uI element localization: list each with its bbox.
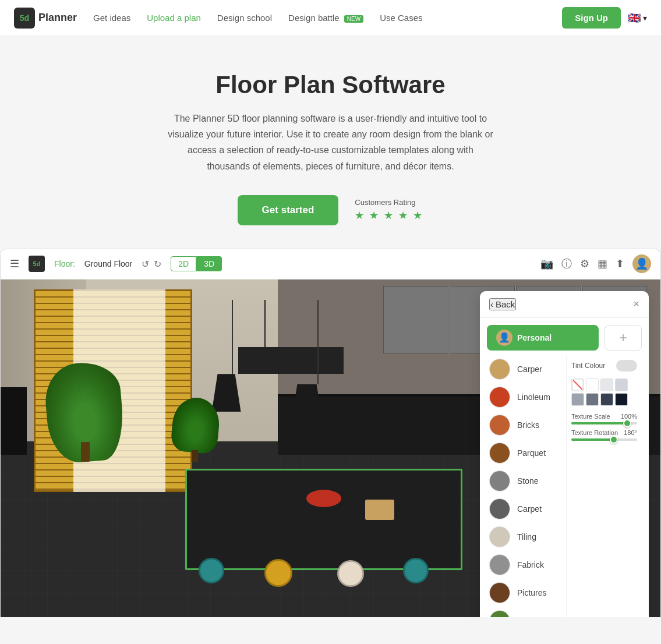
undo-button[interactable]: ↺ <box>142 259 149 270</box>
stool-2 <box>264 559 292 587</box>
swatch-stone <box>489 470 510 491</box>
plant-large <box>47 363 122 462</box>
material-name-carper: Carper <box>517 365 542 374</box>
nav-right: Sign Up 🇬🇧 ▾ <box>562 7 647 29</box>
material-item-pictures[interactable]: Pictures <box>487 579 566 607</box>
texture-scale-row: Texture Scale 100% <box>571 413 637 424</box>
language-selector[interactable]: 🇬🇧 ▾ <box>628 12 647 24</box>
rating-label: Customers Rating <box>355 198 423 207</box>
color-swatch-0[interactable] <box>571 378 584 391</box>
tint-toggle[interactable] <box>616 360 637 371</box>
color-swatch-6[interactable] <box>600 393 613 406</box>
swatch-ground <box>489 610 510 617</box>
chevron-left-icon: ‹ <box>490 299 493 309</box>
plant-small-leaves <box>170 396 221 454</box>
material-item-carper[interactable]: Carper <box>487 355 566 383</box>
get-started-button[interactable]: Get started <box>238 195 339 225</box>
logo-text: Planner <box>38 12 77 24</box>
app-logo[interactable]: 5d <box>29 256 45 272</box>
material-item-linoleum[interactable]: Linoleum <box>487 383 566 411</box>
chevron-down-icon: ▾ <box>643 13 647 23</box>
share-icon[interactable]: ⬆ <box>616 257 624 270</box>
nav-upload-plan[interactable]: Upload a plan <box>147 13 201 23</box>
cutting-board <box>365 500 394 520</box>
plant-small <box>172 398 219 462</box>
view-3d-button[interactable]: 3D <box>196 256 222 271</box>
color-swatch-1[interactable] <box>586 378 599 391</box>
range-hood <box>238 347 344 374</box>
rating-block: Customers Rating ★ ★ ★ ★ ★ <box>355 198 423 222</box>
hood-cord-1 <box>264 300 266 347</box>
view-toggle: 2D 3D <box>171 256 222 271</box>
info-icon[interactable]: ⓘ <box>561 257 572 271</box>
tint-row: Tint Colour <box>571 360 637 371</box>
material-name-parquet: Parquet <box>517 448 546 458</box>
material-name-tiling: Tiling <box>517 532 536 542</box>
swatch-carpet <box>489 498 510 519</box>
topbar-left: ☰ 5d Floor: Ground Floor ↺ ↻ 2D 3D <box>10 256 222 272</box>
material-item-tiling[interactable]: Tiling <box>487 523 566 551</box>
swatch-bricks <box>489 415 510 436</box>
color-swatches <box>571 378 637 406</box>
color-swatch-3[interactable] <box>615 378 628 391</box>
tv <box>1 387 27 455</box>
add-material-button[interactable]: + <box>605 325 642 351</box>
app-logo-icon: 5d <box>29 256 45 272</box>
redo-button[interactable]: ↻ <box>154 259 161 270</box>
swatch-fabrick <box>489 554 510 575</box>
texture-scale-label: Texture Scale 100% <box>571 413 637 420</box>
signup-button[interactable]: Sign Up <box>562 7 621 29</box>
material-name-ground: Ground <box>517 616 545 617</box>
material-item-carpet[interactable]: Carpet <box>487 495 566 523</box>
personal-button[interactable]: 👤 Personal <box>487 325 599 351</box>
app-topbar: ☰ 5d Floor: Ground Floor ↺ ↻ 2D 3D 📷 ⓘ ⚙… <box>1 249 660 279</box>
material-item-stone[interactable]: Stone <box>487 467 566 495</box>
nav-design-battle[interactable]: Design battle NEW <box>288 13 363 23</box>
material-item-bricks[interactable]: Bricks <box>487 411 566 439</box>
hero-actions: Get started Customers Rating ★ ★ ★ ★ ★ <box>12 195 649 225</box>
material-item-fabrick[interactable]: Fabrick <box>487 551 566 579</box>
cabinet-1 <box>383 286 448 353</box>
logo[interactable]: 5d Planner <box>14 8 77 29</box>
texture-rotation-slider[interactable] <box>571 438 637 441</box>
hero-title: Floor Plan Software <box>12 71 649 99</box>
camera-icon[interactable]: 📷 <box>540 257 553 270</box>
material-name-stone: Stone <box>517 476 539 486</box>
color-swatch-2[interactable] <box>600 378 613 391</box>
personal-avatar: 👤 <box>496 330 512 346</box>
svg-line-0 <box>573 380 582 390</box>
material-item-parquet[interactable]: Parquet <box>487 439 566 467</box>
chart-icon[interactable]: ▦ <box>598 257 607 270</box>
hamburger-icon[interactable]: ☰ <box>10 257 19 270</box>
color-swatch-7[interactable] <box>615 393 628 406</box>
nav-design-school[interactable]: Design school <box>217 13 272 23</box>
hero-section: Floor Plan Software The Planner 5D floor… <box>0 36 661 249</box>
pendant-cord-2 <box>317 300 319 384</box>
hero-description: The Planner 5D floor planning software i… <box>168 111 494 174</box>
color-swatch-5[interactable] <box>586 393 599 406</box>
material-name-bricks: Bricks <box>517 420 539 430</box>
nav-left: 5d Planner Get ideas Upload a plan Desig… <box>14 8 422 29</box>
material-list: Carper Linoleum Bricks Parquet Stone Car… <box>487 355 566 617</box>
texture-scale-slider[interactable] <box>571 422 637 424</box>
close-button[interactable]: × <box>633 298 639 310</box>
color-swatch-4[interactable] <box>571 393 584 406</box>
undo-redo-controls: ↺ ↻ <box>142 259 161 270</box>
new-badge: NEW <box>344 15 363 23</box>
stool-4 <box>403 558 429 583</box>
swatch-parquet <box>489 443 510 463</box>
view-2d-button[interactable]: 2D <box>171 256 196 271</box>
swatch-pictures <box>489 582 510 603</box>
panel-settings: Tint Colour Texture Scale 100% <box>566 355 642 617</box>
material-name-carpet: Carpet <box>517 504 542 514</box>
material-panel: ‹ Back × 👤 Personal + Carper <box>480 291 649 617</box>
material-item-ground[interactable]: Ground <box>487 607 566 617</box>
swatch-carper <box>489 359 510 380</box>
nav-use-cases[interactable]: Use Cases <box>380 13 422 23</box>
kitchen-island <box>185 469 462 570</box>
app-screenshot: ☰ 5d Floor: Ground Floor ↺ ↻ 2D 3D 📷 ⓘ ⚙… <box>0 249 661 617</box>
user-avatar[interactable]: 👤 <box>632 254 651 273</box>
back-button[interactable]: ‹ Back <box>489 298 516 310</box>
nav-get-ideas[interactable]: Get ideas <box>93 13 130 23</box>
settings-icon[interactable]: ⚙ <box>580 257 589 270</box>
